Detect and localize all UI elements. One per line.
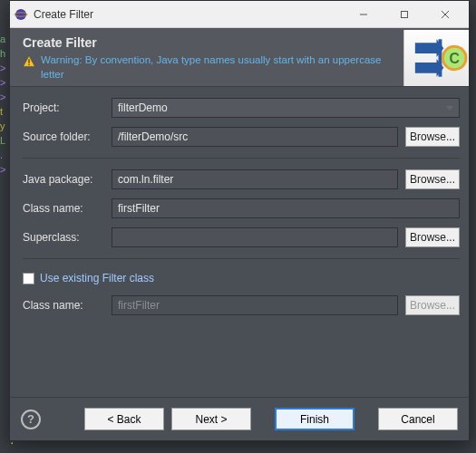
warning-text: Warning: By convention, Java type names … — [41, 53, 400, 82]
back-button[interactable]: < Back — [84, 408, 164, 430]
source-folder-label: Source folder: — [23, 130, 104, 143]
svg-text:C: C — [450, 51, 460, 66]
browse-class-2-button: Browse... — [405, 295, 460, 315]
dialog-header: Create Filter Warning: By convention, Ja… — [10, 28, 469, 87]
next-button[interactable]: Next > — [171, 408, 251, 430]
warning-icon — [23, 55, 35, 68]
editor-gutter: ah> >>t yL.> — [0, 27, 9, 426]
class-name-input[interactable] — [112, 198, 460, 218]
project-combo[interactable]: filterDemo — [112, 98, 460, 118]
java-package-label: Java package: — [23, 173, 104, 186]
svg-rect-7 — [28, 59, 29, 63]
project-label: Project: — [23, 101, 104, 114]
chevron-down-icon — [444, 102, 455, 116]
class-name-2-input — [112, 295, 398, 315]
source-folder-input[interactable] — [112, 127, 398, 147]
project-value: filterDemo — [118, 101, 168, 114]
titlebar: Create Filter — [10, 1, 469, 28]
window-title: Create Filter — [34, 8, 343, 21]
separator — [23, 258, 460, 259]
dialog-content: Project: filterDemo Source folder: Brows… — [10, 87, 469, 397]
svg-marker-14 — [446, 106, 453, 111]
header-title: Create Filter — [23, 35, 400, 50]
minimize-button[interactable] — [343, 2, 384, 27]
help-button[interactable]: ? — [21, 410, 41, 429]
eclipse-icon — [14, 7, 28, 22]
java-package-input[interactable] — [112, 169, 398, 189]
browse-source-button[interactable]: Browse... — [405, 127, 460, 147]
editor-bottom-strip: . — [0, 435, 476, 448]
class-name-label: Class name: — [23, 202, 104, 215]
close-button[interactable] — [424, 2, 465, 27]
svg-rect-3 — [401, 11, 407, 17]
cancel-button[interactable]: Cancel — [378, 408, 458, 430]
separator — [23, 158, 460, 159]
superclass-input[interactable] — [112, 227, 398, 247]
dialog-footer: ? < Back Next > Finish Cancel — [10, 397, 469, 440]
maximize-button[interactable] — [384, 2, 424, 27]
wizard-banner-icon: C — [403, 30, 469, 86]
class-name-2-label: Class name: — [23, 299, 104, 312]
browse-superclass-button[interactable]: Browse... — [405, 227, 460, 247]
superclass-label: Superclass: — [23, 231, 104, 244]
use-existing-checkbox[interactable] — [23, 273, 34, 284]
dialog-window: Create Filter Create Filter Warning: By … — [9, 0, 470, 441]
use-existing-label: Use existing Filter class — [40, 272, 154, 284]
svg-point-0 — [15, 9, 26, 20]
finish-button[interactable]: Finish — [275, 408, 355, 430]
browse-package-button[interactable]: Browse... — [405, 169, 460, 189]
svg-rect-8 — [28, 64, 29, 65]
